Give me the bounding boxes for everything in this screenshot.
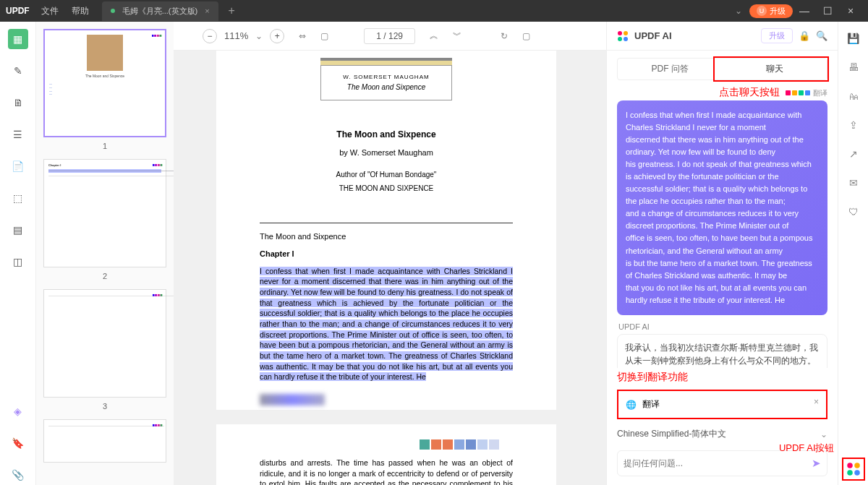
document-toolbar: − 111% ⌄ + ⇔ ▢ 1 / 129 ︽ ︾ ↻ ▢: [174, 22, 606, 51]
thumb-pagenum-3: 3: [43, 402, 166, 411]
language-selector[interactable]: Chinese Simplified-简体中文 ⌄: [617, 428, 827, 440]
page-down-icon[interactable]: ︾: [453, 30, 461, 42]
main-area: − 111% ⌄ + ⇔ ▢ 1 / 129 ︽ ︾ ↻ ▢ W. SOMERS…: [174, 22, 606, 485]
close-window-button[interactable]: ×: [839, 5, 862, 17]
highlighted-text: I confess that when first I made acquain…: [260, 267, 513, 382]
translate-icon: 🌐: [626, 400, 637, 410]
menu-help[interactable]: 帮助: [72, 5, 89, 17]
bookmark-tool[interactable]: 🔖: [8, 433, 28, 453]
thumbnail-page-2[interactable]: ■■■■ Chapter I —————————————————————————…: [43, 159, 166, 267]
dropdown-icon[interactable]: ⌄: [735, 6, 742, 16]
doc-paragraph-2[interactable]: disturbs and arrests. The time has passe…: [260, 458, 513, 485]
language-label: Chinese Simplified-简体中文: [617, 428, 726, 440]
page-number-input[interactable]: 1 / 129: [364, 28, 415, 44]
titlebar: UPDF 文件 帮助 毛姆《月亮...(英文版) × + ⌄ U 升级 — ☐ …: [0, 0, 868, 22]
print-icon[interactable]: 🖶: [846, 59, 861, 75]
ai-message-area[interactable]: I confess that when first I made acquain…: [607, 100, 838, 368]
thumb-pagenum-1: 1: [43, 142, 166, 150]
svg-point-3: [624, 37, 628, 41]
doc-heading: The Moon and Sixpence: [260, 231, 513, 243]
thumbnails-tool[interactable]: ▦: [8, 29, 28, 49]
upgrade-button[interactable]: U 升级: [749, 4, 793, 18]
rotate-icon[interactable]: ↻: [501, 31, 508, 41]
search-icon[interactable]: 🔍: [816, 30, 827, 41]
save-icon[interactable]: 💾: [846, 30, 861, 46]
doc-caps: THE MOON AND SIXPENCE: [260, 183, 513, 194]
ocr-icon[interactable]: 🗛: [846, 88, 861, 104]
doc-title: The Moon and Sixpence: [260, 128, 513, 141]
right-sidebar: 💾 🖶 🗛 ⇪ ↗ ✉ 🛡 UPDF AI按钮: [838, 22, 868, 485]
ai-button-highlight-box: UPDF AI按钮: [842, 458, 865, 481]
send-button[interactable]: ➤: [812, 457, 821, 470]
thumbnail-page-4[interactable]: ■■■■ ———————————————————————————————————…: [43, 419, 166, 463]
tab-pdf-qa[interactable]: PDF 问答: [618, 59, 723, 80]
updf-ai-button-icon[interactable]: [846, 462, 861, 476]
ai-name-label: UPDF AI: [618, 322, 826, 331]
minimize-button[interactable]: —: [793, 5, 816, 17]
ai-prompt-input[interactable]: [624, 458, 812, 468]
fit-page-icon[interactable]: ▢: [320, 31, 328, 41]
user-message: I confess that when first I made acquain…: [617, 100, 827, 315]
upgrade-badge-icon: U: [757, 6, 767, 16]
svg-point-7: [854, 470, 860, 476]
annotate-tool[interactable]: ✎: [8, 61, 28, 81]
close-tab-icon[interactable]: ×: [205, 7, 209, 15]
thumb-pagenum-2: 2: [43, 272, 166, 280]
maximize-button[interactable]: ☐: [816, 5, 839, 17]
export-icon[interactable]: ⇪: [846, 117, 861, 133]
page-up-icon[interactable]: ︽: [430, 30, 438, 42]
layers-tool[interactable]: ◈: [8, 401, 28, 421]
svg-point-6: [847, 470, 853, 476]
thumbnail-page-3[interactable]: ■■■■ ———————————————————————————————————…: [43, 289, 166, 398]
book-cover: W. SOMERSET MAUGHAM The Moon and Sixpenc…: [320, 65, 451, 100]
doc-paragraph-1[interactable]: I confess that when first I made acquain…: [260, 266, 513, 383]
fit-width-icon[interactable]: ⇔: [299, 31, 306, 41]
menu-file[interactable]: 文件: [41, 5, 59, 17]
close-translate-icon[interactable]: ×: [814, 397, 819, 407]
form-tool[interactable]: 📄: [8, 156, 28, 176]
zoom-level: 111%: [224, 30, 248, 41]
chevron-down-icon: ⌄: [820, 429, 827, 439]
email-icon[interactable]: ✉: [846, 175, 861, 191]
zoom-in-button[interactable]: +: [270, 29, 284, 43]
page-tool[interactable]: 🗎: [8, 93, 28, 113]
ai-panel: UPDF AI 升级 🔒 🔍 PDF 问答 聊天 点击聊天按钮 翻译 I con…: [606, 22, 838, 485]
zoom-dropdown-icon[interactable]: ⌄: [255, 31, 263, 41]
ai-tabs: PDF 问答 聊天: [617, 58, 827, 80]
doc-author-of: Author of "Of Human Bondage": [260, 169, 513, 180]
attachment-tool[interactable]: 📎: [8, 465, 28, 485]
document-tab[interactable]: 毛姆《月亮...(英文版) ×: [102, 1, 218, 21]
ai-upgrade-button[interactable]: 升级: [761, 28, 793, 43]
document-view[interactable]: W. SOMERSET MAUGHAM The Moon and Sixpenc…: [174, 51, 606, 485]
crop-tool[interactable]: ⬚: [8, 188, 28, 208]
doc-byline: by W. Somerset Maugham: [260, 147, 513, 159]
annotation-ai-button: UPDF AI按钮: [779, 442, 835, 455]
tab-chat[interactable]: 聊天: [723, 59, 827, 80]
lock-icon[interactable]: 🔒: [799, 30, 810, 41]
protect-icon[interactable]: 🛡: [846, 204, 861, 220]
share-icon[interactable]: ↗: [846, 146, 861, 162]
left-sidebar: ▦ ✎ 🗎 ☰ 📄 ⬚ ▤ ◫ ◈ 🔖 📎: [0, 22, 36, 485]
pixelated-block: [419, 439, 513, 453]
zoom-out-button[interactable]: −: [203, 29, 217, 43]
organize-tool[interactable]: ▤: [8, 220, 28, 240]
translate-mode-row[interactable]: 🌐 翻译 ×: [617, 390, 827, 419]
svg-point-2: [618, 37, 622, 41]
app-logo: UPDF: [6, 6, 30, 16]
add-tab-button[interactable]: +: [229, 4, 235, 17]
text-tool[interactable]: ☰: [8, 124, 28, 145]
app-body: ▦ ✎ 🗎 ☰ 📄 ⬚ ▤ ◫ ◈ 🔖 📎 ■■■■ The Moon and …: [0, 22, 868, 485]
ai-panel-title: UPDF AI: [634, 30, 755, 41]
present-icon[interactable]: ▢: [522, 31, 530, 41]
ai-header: UPDF AI 升级 🔒 🔍: [607, 22, 838, 51]
thumbnail-page-1[interactable]: ■■■■ The Moon and Sixpence ————: [43, 29, 166, 137]
pdf-page: W. SOMERSET MAUGHAM The Moon and Sixpenc…: [216, 51, 556, 485]
redacted-block: [260, 394, 325, 405]
svg-point-5: [854, 463, 860, 468]
thumbnail-panel: ■■■■ The Moon and Sixpence ———— 1 ■■■■ C…: [36, 22, 174, 485]
annotation-click-chat: 点击聊天按钮 翻译: [607, 85, 838, 100]
redact-tool[interactable]: ◫: [8, 252, 28, 272]
svg-point-4: [847, 463, 853, 468]
tab-status-dot: [111, 9, 115, 13]
translate-label: 翻译: [642, 398, 660, 411]
